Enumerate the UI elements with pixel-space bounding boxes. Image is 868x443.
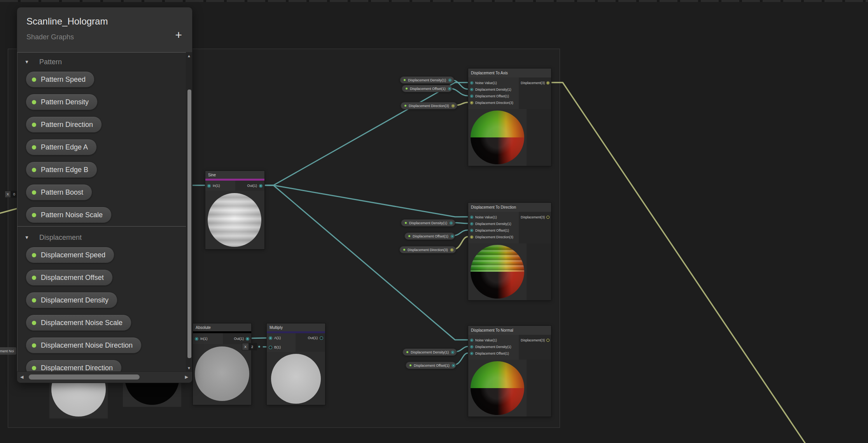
- scroll-up-icon[interactable]: ▲: [187, 54, 191, 58]
- property-pill[interactable]: Pattern Speed: [26, 71, 94, 88]
- input-label: Displacement Direction(3): [475, 101, 513, 105]
- preview-sphere: [471, 245, 524, 299]
- input-port[interactable]: [470, 88, 473, 91]
- node-absolute[interactable]: Absolute In(1) Out(1): [192, 323, 252, 405]
- property-pill[interactable]: Displacement Noise Direction: [26, 337, 142, 353]
- scroll-down-icon[interactable]: ▼: [187, 366, 191, 370]
- collapse-triangle-icon[interactable]: ▼: [24, 59, 29, 65]
- property-pill[interactable]: Pattern Boost: [26, 184, 92, 200]
- input-port[interactable]: [470, 216, 473, 219]
- output-port[interactable]: [320, 336, 323, 340]
- input-label: Displacement Offset(1): [475, 94, 509, 98]
- property-pill[interactable]: Pattern Edge B: [26, 162, 97, 178]
- input-port[interactable]: [470, 236, 473, 239]
- property-pill[interactable]: Pattern Noise Scale: [26, 207, 112, 223]
- input-port[interactable]: [470, 345, 473, 348]
- output-port[interactable]: [546, 81, 550, 84]
- clipped-property-pill[interactable]: ment Noi: [0, 347, 16, 355]
- node-preview: [205, 191, 264, 249]
- property-node-density[interactable]: Displacement Density(1): [400, 76, 454, 84]
- property-dot-icon: [32, 213, 36, 217]
- output-port[interactable]: [546, 339, 550, 342]
- property-label: Displacement Noise Direction: [41, 341, 133, 350]
- property-dot-icon: [404, 105, 406, 107]
- section-header[interactable]: ▼ Pattern: [18, 56, 186, 68]
- input-port[interactable]: [470, 81, 473, 84]
- property-label: Displacement Offset(1): [413, 234, 448, 238]
- property-pill[interactable]: Pattern Edge A: [26, 139, 97, 155]
- property-dot-icon: [405, 222, 407, 224]
- property-pill[interactable]: Displacement Offset: [26, 269, 113, 286]
- node-multiply[interactable]: Multiply A(1) B(1) Out(1): [266, 323, 326, 405]
- output-port[interactable]: [246, 337, 249, 341]
- horizontal-scrollbar[interactable]: ◀ ▶: [17, 371, 192, 383]
- property-label: Pattern Edge B: [41, 166, 88, 174]
- output-port[interactable]: [448, 79, 452, 82]
- input-port[interactable]: [195, 337, 198, 341]
- property-node-density[interactable]: Displacement Density(1): [402, 348, 457, 356]
- output-port[interactable]: [450, 248, 453, 251]
- property-node-direction[interactable]: Displacement Direction(3): [401, 102, 457, 109]
- input-label: Displacement Density(1): [475, 345, 511, 349]
- property-pill[interactable]: Displacement Noise Scale: [26, 315, 131, 331]
- output-port[interactable]: [448, 87, 451, 90]
- node-sine[interactable]: Sine In(1) Out(1): [205, 171, 265, 250]
- output-port[interactable]: [546, 216, 550, 219]
- output-port[interactable]: [451, 351, 454, 354]
- input-port[interactable]: [470, 222, 473, 225]
- property-pill[interactable]: Displacement Density: [26, 292, 117, 308]
- window-tab-strip[interactable]: [0, 0, 868, 2]
- input-port[interactable]: [470, 352, 473, 355]
- input-port[interactable]: [470, 339, 473, 342]
- input-port-b[interactable]: [269, 346, 272, 349]
- property-node-density[interactable]: Displacement Density(1): [401, 219, 455, 227]
- property-dot-icon: [32, 190, 36, 195]
- vertical-scroll-thumb[interactable]: [187, 89, 192, 359]
- scroll-left-icon[interactable]: ◀: [20, 374, 23, 380]
- property-pill[interactable]: Displacement Direction: [26, 360, 122, 372]
- property-node-direction[interactable]: Displacement Direction(3): [399, 246, 456, 253]
- preview-sphere: [271, 354, 321, 404]
- clipped-vector-field[interactable]: X 0: [5, 191, 18, 197]
- add-property-button plus-icon[interactable]: +: [175, 29, 182, 41]
- property-dot-icon: [406, 88, 408, 90]
- horizontal-scroll-thumb[interactable]: [29, 374, 140, 380]
- property-label: Displacement Speed: [41, 251, 105, 259]
- property-label: Displacement Density(1): [411, 350, 449, 354]
- input-port[interactable]: [207, 184, 211, 188]
- vector-axis-label: X: [242, 343, 248, 350]
- wire-axis-displacement-out[interactable]: [548, 83, 805, 443]
- property-label: Displacement Offset(1): [410, 87, 446, 91]
- input-port-a[interactable]: [269, 336, 272, 340]
- property-pill[interactable]: Displacement Speed: [26, 247, 114, 263]
- property-pill[interactable]: Pattern Density: [26, 94, 98, 110]
- property-pill[interactable]: Pattern Direction: [26, 116, 102, 133]
- node-title: Displacement To Direction: [468, 203, 551, 212]
- vertical-scrollbar[interactable]: ▲ ▼: [186, 52, 192, 372]
- preview-sphere: [208, 193, 261, 247]
- section-header[interactable]: ▼ Displacement: [18, 231, 186, 244]
- input-port[interactable]: [470, 101, 473, 104]
- property-node-offset[interactable]: Displacement Offset(1): [404, 232, 455, 240]
- input-port[interactable]: [470, 229, 473, 232]
- node-displacement-to-normal[interactable]: Displacement To Normal Noise Value(1) Di…: [468, 325, 551, 417]
- property-dot-icon: [32, 343, 36, 348]
- node-displacement-to-axis[interactable]: Displacement To Axis Noise Value(1) Disp…: [468, 68, 551, 166]
- node-displacement-to-direction[interactable]: Displacement To Direction Noise Value(1)…: [468, 202, 551, 301]
- output-port[interactable]: [452, 104, 455, 107]
- scroll-right-icon[interactable]: ▶: [185, 374, 188, 380]
- output-port[interactable]: [451, 235, 454, 238]
- property-node-offset[interactable]: Displacement Offset(1): [406, 362, 456, 369]
- output-port[interactable]: [452, 364, 455, 367]
- property-label: Pattern Density: [41, 98, 89, 106]
- input-port[interactable]: [470, 95, 473, 98]
- property-dot-icon: [408, 235, 410, 237]
- output-port[interactable]: [259, 184, 262, 188]
- output-port[interactable]: [450, 222, 453, 225]
- collapse-triangle-icon[interactable]: ▼: [24, 235, 29, 240]
- multiply-b-default-widget[interactable]: X 2: [242, 343, 260, 350]
- blackboard-panel[interactable]: Scanline_Hologram Shader Graphs + ▼ Patt…: [17, 7, 192, 383]
- vector-axis-value[interactable]: 2: [248, 343, 257, 350]
- property-node-offset[interactable]: Displacement Offset(1): [402, 85, 452, 92]
- section-label: Pattern: [39, 58, 62, 66]
